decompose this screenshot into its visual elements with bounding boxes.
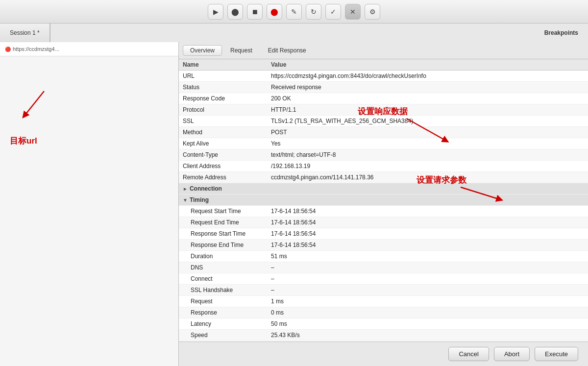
row-value: Yes (267, 138, 588, 149)
row-value: 17-6-14 18:56:54 (267, 217, 588, 228)
row-name: Response End Time (179, 240, 267, 251)
dot-btn[interactable]: ⬤ (267, 4, 282, 20)
table-row: Request Start Time17-6-14 18:56:54 (179, 206, 588, 217)
row-value: – (267, 273, 588, 285)
col-header-value: Value (267, 59, 588, 71)
row-name: Connect (179, 273, 267, 285)
table-row: Connect– (179, 273, 588, 285)
row-value: ccdmzstg4.pingan.com/114.141.178.36 (267, 172, 588, 183)
tab-edit-response[interactable]: Edit Response (261, 45, 314, 56)
svg-line-0 (24, 91, 44, 116)
row-value: 200 OK (267, 93, 588, 104)
table-row: SSLTLSv1.2 (TLS_RSA_WITH_AES_256_GCM_SHA… (179, 116, 588, 127)
row-value: 17-6-14 18:56:54 (267, 228, 588, 240)
row-name: Duration (179, 251, 267, 262)
sidebar: 🔴 https://ccdmzstg4... 目标url (0, 42, 179, 366)
table-row: SSL Handshake– (179, 285, 588, 296)
row-value: 17-6-14 18:56:54 (267, 206, 588, 217)
row-value: 51 ms (267, 251, 588, 262)
table-row: Response End Time17-6-14 18:56:54 (179, 240, 588, 251)
annotation-targeturl-label: 目标url (10, 135, 37, 146)
table-row: Remote Addressccdmzstg4.pingan.com/114.1… (179, 172, 588, 183)
row-value: 1.19 MB/s (267, 341, 588, 342)
expand-icon[interactable]: ► (183, 186, 188, 192)
table-row: MethodPOST (179, 127, 588, 138)
check-btn[interactable]: ✓ (325, 4, 341, 20)
expand-icon[interactable]: ▼ (183, 197, 188, 203)
table-row: Duration51 ms (179, 251, 588, 262)
table-row: Kept AliveYes (179, 138, 588, 149)
row-value: TLSv1.2 (TLS_RSA_WITH_AES_256_GCM_SHA384… (267, 116, 588, 127)
table-row: Speed25.43 KB/s (179, 330, 588, 341)
row-name: Response Code (179, 93, 267, 104)
main-area: 🔴 https://ccdmzstg4... 目标url (0, 42, 588, 366)
execute-button[interactable]: Execute (535, 347, 578, 361)
properties-table: Name Value URLhttps://ccdmzstg4.pingan.c… (179, 59, 588, 342)
gear-btn[interactable]: ⚙ (365, 4, 380, 20)
section-header-cell: ▼Timing (179, 195, 588, 206)
table-row: Latency50 ms (179, 318, 588, 330)
table-row: DNS– (179, 262, 588, 273)
row-name: Method (179, 127, 267, 138)
table-row: Request Speed1.19 MB/s (179, 341, 588, 342)
sidebar-url-item[interactable]: 🔴 https://ccdmzstg4... (0, 42, 178, 56)
table-row: Request End Time17-6-14 18:56:54 (179, 217, 588, 228)
row-name: Content-Type (179, 149, 267, 161)
info-table: Name Value URLhttps://ccdmzstg4.pingan.c… (179, 59, 588, 342)
url-icon: 🔴 (5, 47, 11, 52)
abort-button[interactable]: Abort (494, 347, 530, 361)
row-name: Request (179, 296, 267, 307)
tab-overview[interactable]: Overview (183, 45, 222, 56)
row-name: Request Start Time (179, 206, 267, 217)
row-value: – (267, 262, 588, 273)
session-tab[interactable]: Session 1 * (0, 24, 50, 42)
row-value: POST (267, 127, 588, 138)
tab-request[interactable]: Request (223, 45, 260, 56)
stop-btn[interactable]: ⏹ (247, 4, 263, 20)
row-name: Remote Address (179, 172, 267, 183)
table-row: Response Start Time17-6-14 18:56:54 (179, 228, 588, 240)
row-name: Speed (179, 330, 267, 341)
table-row: ProtocolHTTP/1.1 (179, 104, 588, 116)
x-btn[interactable]: ✕ (345, 4, 361, 20)
row-value: Received response (267, 82, 588, 93)
breakpoints-label: Breakpoints (50, 24, 588, 42)
col-header-name: Name (179, 59, 267, 71)
row-name: URL (179, 71, 267, 82)
table-row: Response0 ms (179, 307, 588, 318)
table-row: URLhttps://ccdmzstg4.pingan.com:8443/do/… (179, 71, 588, 82)
table-row: StatusReceived response (179, 82, 588, 93)
row-name: Status (179, 82, 267, 93)
row-value: 0 ms (267, 307, 588, 318)
section-header-cell: ►Connection (179, 183, 588, 195)
row-name: Protocol (179, 104, 267, 116)
table-row: Client Address/192.168.13.19 (179, 161, 588, 172)
row-name: Request End Time (179, 217, 267, 228)
table-row: Request1 ms (179, 296, 588, 307)
toolbar: ▶ ⬤ ⏹ ⬤ ✎ ↻ ✓ ✕ ⚙ (0, 0, 588, 24)
table-row: ►Connection (179, 183, 588, 195)
row-value: 1 ms (267, 296, 588, 307)
edit-btn[interactable]: ✎ (286, 4, 302, 20)
table-row: ▼Timing (179, 195, 588, 206)
row-name: Response (179, 307, 267, 318)
row-name: DNS (179, 262, 267, 273)
row-value: HTTP/1.1 (267, 104, 588, 116)
record-btn[interactable]: ⬤ (227, 4, 243, 20)
row-value: – (267, 285, 588, 296)
row-name: SSL Handshake (179, 285, 267, 296)
row-name: Latency (179, 318, 267, 330)
row-value: 25.43 KB/s (267, 330, 588, 341)
sidebar-url-text: https://ccdmzstg4... (13, 46, 59, 52)
session-bar: Session 1 * Breakpoints (0, 24, 588, 42)
row-value: 50 ms (267, 318, 588, 330)
sub-tabs-bar: Overview Request Edit Response (179, 42, 588, 59)
table-row: Content-Typetext/html; charset=UTF-8 (179, 149, 588, 161)
annotation-target-url: 目标url (10, 86, 69, 132)
table-row: Response Code200 OK (179, 93, 588, 104)
pointer-btn[interactable]: ▶ (208, 4, 223, 20)
cancel-button[interactable]: Cancel (448, 347, 489, 361)
row-name: Kept Alive (179, 138, 267, 149)
refresh-btn[interactable]: ↻ (306, 4, 321, 20)
bottom-bar: Cancel Abort Execute (179, 342, 588, 366)
